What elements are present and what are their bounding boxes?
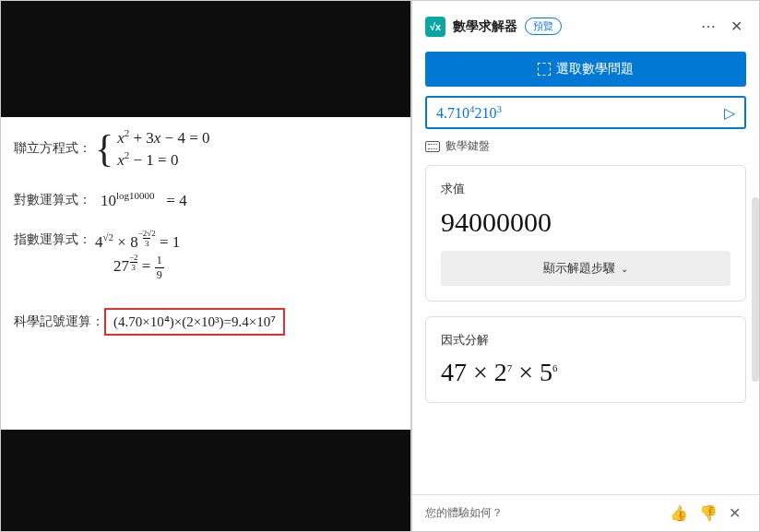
highlighted-equation[interactable]: (4.70×10⁴)×(2×10³)=9.4×10⁷: [104, 308, 285, 336]
show-steps-button[interactable]: 顯示解題步驟 ⌄: [441, 251, 730, 286]
evaluate-result: 94000000: [441, 207, 730, 238]
results-scroll-area[interactable]: 4.71042103 ▷ 數學鍵盤 求值 94000000 顯示解題步驟 ⌄ 因…: [412, 96, 759, 494]
evaluate-card: 求值 94000000 顯示解題步驟 ⌄: [425, 165, 746, 301]
dark-area-bottom: [1, 430, 410, 531]
panel-title: 數學求解器: [453, 18, 517, 35]
keyboard-icon: [425, 141, 440, 152]
dismiss-button[interactable]: ✕: [723, 504, 746, 522]
row-label: 聯立方程式：: [14, 140, 91, 157]
thumbs-down-button[interactable]: 👎: [694, 504, 723, 522]
keyboard-label: 數學鍵盤: [445, 138, 490, 154]
math-input[interactable]: 4.71042103 ▷: [425, 96, 746, 129]
close-button[interactable]: ✕: [727, 14, 746, 39]
equation-system-row: 聯立方程式： { x2 + 3x − 4 = 0 x2 − 1 = 0: [14, 126, 398, 171]
card-label: 因式分解: [441, 332, 730, 349]
footer-question: 您的體驗如何？: [425, 505, 503, 521]
chevron-down-icon: ⌄: [621, 264, 628, 274]
preview-badge: 預覽: [525, 18, 562, 35]
scientific-notation-row: 科學記號運算： (4.70×10⁴)×(2×10³)=9.4×10⁷: [14, 308, 398, 336]
row-label: 科學記號運算：: [14, 313, 104, 330]
exponent-row-2: 27−23 = 19: [113, 253, 398, 281]
exponent-row: 指數運算式： 4√2 × 8−2√23 = 1: [14, 229, 398, 252]
factor-card: 因式分解 47 × 27 × 56: [425, 316, 746, 403]
more-button[interactable]: ⋯: [697, 14, 719, 39]
row-label: 指數運算式：: [14, 231, 91, 248]
row-label: 對數運算式：: [14, 192, 91, 208]
crop-icon: [538, 63, 551, 76]
document-preview: 聯立方程式： { x2 + 3x − 4 = 0 x2 − 1 = 0 對數運算…: [1, 1, 410, 531]
select-button-label: 選取數學問題: [556, 61, 634, 77]
submit-icon[interactable]: ▷: [724, 104, 735, 122]
logarithm-row: 對數運算式： 10log10000 = 4: [14, 190, 398, 210]
factor-result: 47 × 27 × 56: [441, 358, 730, 387]
card-label: 求值: [441, 181, 730, 197]
panel-header: √x 數學求解器 預覽 ⋯ ✕: [412, 1, 759, 48]
scrollbar[interactable]: [752, 197, 759, 382]
feedback-footer: 您的體驗如何？ 👍 👎 ✕: [412, 494, 759, 531]
math-keyboard-toggle[interactable]: 數學鍵盤: [425, 138, 754, 154]
math-document: 聯立方程式： { x2 + 3x − 4 = 0 x2 − 1 = 0 對數運算…: [1, 117, 410, 430]
input-expression: 4.71042103: [436, 103, 724, 122]
steps-label: 顯示解題步驟: [543, 260, 615, 277]
dark-area-top: [1, 1, 410, 117]
math-solver-icon: √x: [425, 17, 445, 37]
thumbs-up-button[interactable]: 👍: [664, 504, 694, 522]
math-solver-panel: √x 數學求解器 預覽 ⋯ ✕ 選取數學問題 4.71042103 ▷ 數學鍵盤…: [410, 1, 759, 531]
select-problem-button[interactable]: 選取數學問題: [425, 52, 746, 87]
